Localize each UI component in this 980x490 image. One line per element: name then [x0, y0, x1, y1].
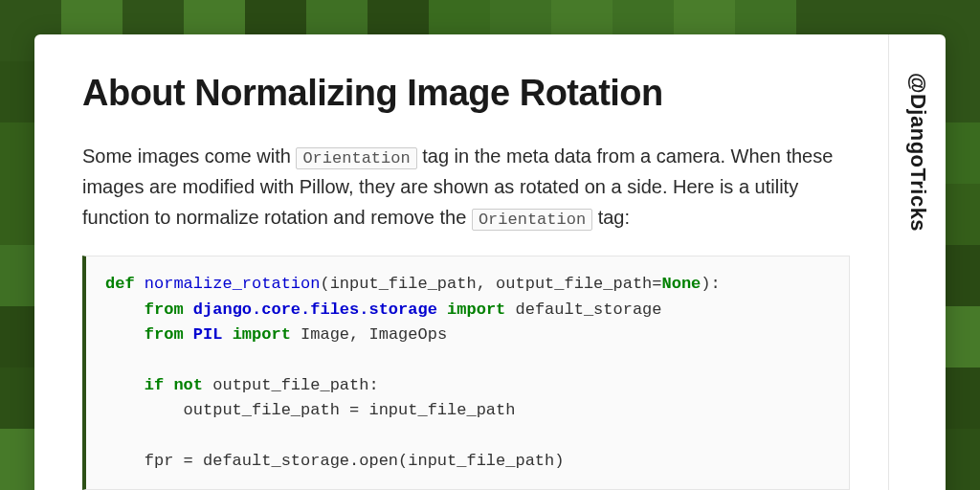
lit-none: None	[662, 275, 702, 293]
kw-import: import	[447, 301, 505, 319]
article-card: About Normalizing Image Rotation Some im…	[34, 34, 946, 490]
code-text: (input_file_path, output_file_path=	[320, 275, 661, 293]
kw-from: from	[145, 301, 184, 319]
code-block: def normalize_rotation(input_file_path, …	[82, 256, 850, 490]
inline-code-orientation-2: Orientation	[472, 209, 592, 231]
code-text: fpr = default_storage.open(input_file_pa…	[105, 452, 564, 470]
kw-not: not	[173, 376, 203, 394]
intro-text-3: tag:	[592, 207, 630, 228]
author-handle[interactable]: @DjangoTricks	[905, 73, 930, 232]
kw-if: if	[145, 376, 164, 394]
code-text: output_file_path = input_file_path	[105, 401, 515, 419]
intro-paragraph: Some images come with Orientation tag in…	[82, 141, 850, 233]
mod-name: PIL	[193, 325, 223, 344]
code-text: ):	[701, 275, 720, 293]
code-text: default_storage	[505, 301, 661, 319]
fn-name: normalize_rotation	[145, 275, 321, 293]
kw-import: import	[233, 325, 291, 344]
code-text: output_file_path:	[203, 376, 379, 394]
page-title: About Normalizing Image Rotation	[82, 73, 850, 114]
code-text: Image, ImageOps	[291, 325, 447, 344]
intro-text-1: Some images come with	[82, 145, 296, 167]
mod-name: django.core.files.storage	[193, 301, 437, 319]
kw-from: from	[145, 325, 184, 344]
inline-code-orientation-1: Orientation	[296, 147, 416, 169]
kw-def: def	[105, 275, 135, 293]
article-content: About Normalizing Image Rotation Some im…	[34, 34, 888, 490]
sidebar: @DjangoTricks	[888, 34, 946, 490]
